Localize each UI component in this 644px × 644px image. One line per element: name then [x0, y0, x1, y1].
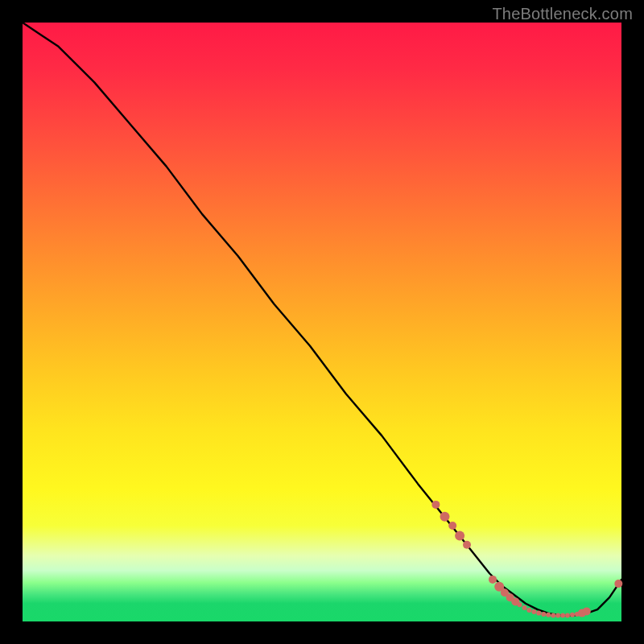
curve-marker — [565, 613, 570, 618]
curve-marker — [546, 613, 551, 617]
curve-marker — [536, 611, 541, 616]
bottleneck-curve — [23, 23, 621, 616]
chart-stage: TheBottleneck.com — [0, 0, 644, 644]
curve-marker — [489, 576, 497, 584]
curve-marker — [570, 613, 575, 617]
curve-marker — [522, 605, 527, 610]
curve-marker — [448, 522, 456, 530]
curve-marker — [614, 580, 622, 588]
curve-marker — [431, 501, 440, 509]
curve-marker — [455, 531, 464, 541]
curve-marker — [531, 609, 536, 614]
curve-layer — [23, 23, 621, 621]
curve-marker — [518, 602, 522, 607]
plot-area — [23, 23, 621, 621]
curve-marker — [440, 512, 450, 522]
marker-group — [431, 501, 622, 618]
curve-marker — [583, 607, 591, 615]
curve-marker — [555, 613, 560, 618]
curve-marker — [463, 541, 471, 549]
curve-marker — [551, 613, 555, 618]
curve-marker — [526, 608, 531, 613]
watermark-label: TheBottleneck.com — [492, 5, 633, 23]
curve-marker — [560, 613, 565, 618]
curve-marker — [541, 612, 546, 617]
